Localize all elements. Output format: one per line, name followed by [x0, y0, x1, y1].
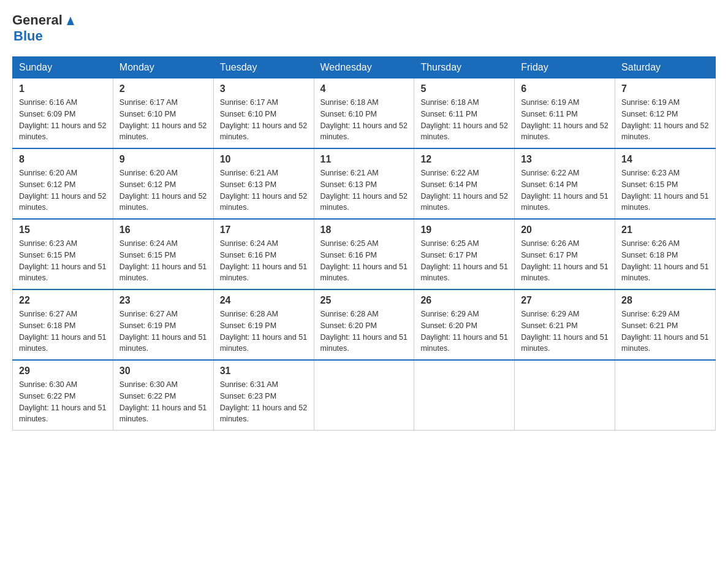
day-info: Sunrise: 6:25 AM Sunset: 6:17 PM Dayligh…: [420, 238, 508, 284]
calendar-day-cell: 6 Sunrise: 6:19 AM Sunset: 6:11 PM Dayli…: [515, 79, 615, 149]
day-number: 23: [119, 295, 207, 306]
calendar-day-cell: 2 Sunrise: 6:17 AM Sunset: 6:10 PM Dayli…: [113, 79, 213, 149]
day-info: Sunrise: 6:20 AM Sunset: 6:12 PM Dayligh…: [119, 167, 207, 213]
day-info: Sunrise: 6:18 AM Sunset: 6:10 PM Dayligh…: [320, 97, 408, 143]
day-number: 5: [420, 83, 508, 94]
calendar-table: SundayMondayTuesdayWednesdayThursdayFrid…: [12, 56, 716, 431]
day-info: Sunrise: 6:24 AM Sunset: 6:15 PM Dayligh…: [119, 238, 207, 284]
day-info: Sunrise: 6:21 AM Sunset: 6:13 PM Dayligh…: [220, 167, 308, 213]
day-info: Sunrise: 6:22 AM Sunset: 6:14 PM Dayligh…: [420, 167, 508, 213]
day-number: 30: [119, 366, 207, 377]
calendar-week-row: 22 Sunrise: 6:27 AM Sunset: 6:18 PM Dayl…: [13, 289, 716, 360]
calendar-day-cell: 18 Sunrise: 6:25 AM Sunset: 6:16 PM Dayl…: [314, 219, 414, 289]
day-info: Sunrise: 6:28 AM Sunset: 6:20 PM Dayligh…: [320, 308, 408, 354]
day-number: 10: [220, 154, 308, 165]
day-info: Sunrise: 6:23 AM Sunset: 6:15 PM Dayligh…: [621, 167, 709, 213]
day-number: 22: [19, 295, 107, 306]
day-number: 16: [119, 224, 207, 236]
calendar-week-row: 15 Sunrise: 6:23 AM Sunset: 6:15 PM Dayl…: [13, 219, 716, 289]
weekday-header-row: SundayMondayTuesdayWednesdayThursdayFrid…: [13, 57, 716, 79]
weekday-header-friday: Friday: [515, 57, 615, 79]
calendar-day-cell: 11 Sunrise: 6:21 AM Sunset: 6:13 PM Dayl…: [314, 148, 414, 219]
day-info: Sunrise: 6:22 AM Sunset: 6:14 PM Dayligh…: [521, 167, 609, 213]
weekday-header-monday: Monday: [113, 57, 213, 79]
weekday-header-sunday: Sunday: [13, 57, 113, 79]
calendar-day-cell: 14 Sunrise: 6:23 AM Sunset: 6:15 PM Dayl…: [615, 148, 716, 219]
calendar-day-cell: [414, 360, 515, 431]
calendar-day-cell: 27 Sunrise: 6:29 AM Sunset: 6:21 PM Dayl…: [515, 289, 615, 360]
day-info: Sunrise: 6:26 AM Sunset: 6:17 PM Dayligh…: [521, 238, 609, 284]
calendar-day-cell: 10 Sunrise: 6:21 AM Sunset: 6:13 PM Dayl…: [213, 148, 314, 219]
weekday-header-saturday: Saturday: [615, 57, 716, 79]
day-number: 9: [119, 154, 207, 165]
day-number: 3: [220, 83, 308, 94]
logo-general-text: General: [12, 12, 63, 28]
day-info: Sunrise: 6:19 AM Sunset: 6:12 PM Dayligh…: [621, 97, 709, 143]
day-number: 21: [621, 224, 709, 236]
day-info: Sunrise: 6:27 AM Sunset: 6:19 PM Dayligh…: [119, 308, 207, 354]
day-info: Sunrise: 6:17 AM Sunset: 6:10 PM Dayligh…: [119, 97, 207, 143]
calendar-day-cell: 12 Sunrise: 6:22 AM Sunset: 6:14 PM Dayl…: [414, 148, 515, 219]
day-info: Sunrise: 6:16 AM Sunset: 6:09 PM Dayligh…: [19, 97, 107, 143]
day-number: 17: [220, 224, 308, 236]
day-info: Sunrise: 6:26 AM Sunset: 6:18 PM Dayligh…: [621, 238, 709, 284]
calendar-day-cell: 13 Sunrise: 6:22 AM Sunset: 6:14 PM Dayl…: [515, 148, 615, 219]
day-number: 6: [521, 83, 609, 94]
day-number: 2: [119, 83, 207, 94]
day-number: 27: [521, 295, 609, 306]
day-number: 24: [220, 295, 308, 306]
day-number: 7: [621, 83, 709, 94]
calendar-day-cell: 21 Sunrise: 6:26 AM Sunset: 6:18 PM Dayl…: [615, 219, 716, 289]
day-number: 13: [521, 154, 609, 165]
svg-marker-0: [67, 17, 74, 25]
day-number: 29: [19, 366, 107, 377]
calendar-day-cell: 28 Sunrise: 6:29 AM Sunset: 6:21 PM Dayl…: [615, 289, 716, 360]
calendar-day-cell: 24 Sunrise: 6:28 AM Sunset: 6:19 PM Dayl…: [213, 289, 314, 360]
day-number: 19: [420, 224, 508, 236]
calendar-day-cell: 16 Sunrise: 6:24 AM Sunset: 6:15 PM Dayl…: [113, 219, 213, 289]
calendar-day-cell: 23 Sunrise: 6:27 AM Sunset: 6:19 PM Dayl…: [113, 289, 213, 360]
day-info: Sunrise: 6:29 AM Sunset: 6:21 PM Dayligh…: [621, 308, 709, 354]
day-number: 1: [19, 83, 107, 94]
calendar-week-row: 1 Sunrise: 6:16 AM Sunset: 6:09 PM Dayli…: [13, 79, 716, 149]
calendar-day-cell: 1 Sunrise: 6:16 AM Sunset: 6:09 PM Dayli…: [13, 79, 113, 149]
day-number: 12: [420, 154, 508, 165]
day-info: Sunrise: 6:25 AM Sunset: 6:16 PM Dayligh…: [320, 238, 408, 284]
calendar-day-cell: 26 Sunrise: 6:29 AM Sunset: 6:20 PM Dayl…: [414, 289, 515, 360]
logo: General Blue: [12, 12, 77, 44]
day-number: 31: [220, 366, 308, 377]
day-info: Sunrise: 6:18 AM Sunset: 6:11 PM Dayligh…: [420, 97, 508, 143]
day-info: Sunrise: 6:29 AM Sunset: 6:21 PM Dayligh…: [521, 308, 609, 354]
logo-triangle-icon: [64, 14, 77, 28]
day-number: 26: [420, 295, 508, 306]
calendar-week-row: 29 Sunrise: 6:30 AM Sunset: 6:22 PM Dayl…: [13, 360, 716, 431]
day-number: 4: [320, 83, 408, 94]
calendar-day-cell: 30 Sunrise: 6:30 AM Sunset: 6:22 PM Dayl…: [113, 360, 213, 431]
day-info: Sunrise: 6:30 AM Sunset: 6:22 PM Dayligh…: [119, 379, 207, 425]
calendar-day-cell: [314, 360, 414, 431]
day-number: 15: [19, 224, 107, 236]
calendar-day-cell: 8 Sunrise: 6:20 AM Sunset: 6:12 PM Dayli…: [13, 148, 113, 219]
day-info: Sunrise: 6:29 AM Sunset: 6:20 PM Dayligh…: [420, 308, 508, 354]
day-number: 25: [320, 295, 408, 306]
calendar-day-cell: 4 Sunrise: 6:18 AM Sunset: 6:10 PM Dayli…: [314, 79, 414, 149]
calendar-week-row: 8 Sunrise: 6:20 AM Sunset: 6:12 PM Dayli…: [13, 148, 716, 219]
day-number: 14: [621, 154, 709, 165]
day-info: Sunrise: 6:28 AM Sunset: 6:19 PM Dayligh…: [220, 308, 308, 354]
calendar-day-cell: 25 Sunrise: 6:28 AM Sunset: 6:20 PM Dayl…: [314, 289, 414, 360]
page-header: General Blue: [12, 12, 716, 44]
day-number: 8: [19, 154, 107, 165]
day-info: Sunrise: 6:30 AM Sunset: 6:22 PM Dayligh…: [19, 379, 107, 425]
calendar-day-cell: 3 Sunrise: 6:17 AM Sunset: 6:10 PM Dayli…: [213, 79, 314, 149]
calendar-day-cell: 7 Sunrise: 6:19 AM Sunset: 6:12 PM Dayli…: [615, 79, 716, 149]
weekday-header-wednesday: Wednesday: [314, 57, 414, 79]
day-info: Sunrise: 6:21 AM Sunset: 6:13 PM Dayligh…: [320, 167, 408, 213]
calendar-day-cell: 15 Sunrise: 6:23 AM Sunset: 6:15 PM Dayl…: [13, 219, 113, 289]
calendar-day-cell: 5 Sunrise: 6:18 AM Sunset: 6:11 PM Dayli…: [414, 79, 515, 149]
calendar-day-cell: 20 Sunrise: 6:26 AM Sunset: 6:17 PM Dayl…: [515, 219, 615, 289]
calendar-day-cell: 19 Sunrise: 6:25 AM Sunset: 6:17 PM Dayl…: [414, 219, 515, 289]
day-number: 11: [320, 154, 408, 165]
day-number: 28: [621, 295, 709, 306]
logo-line1: General: [12, 12, 77, 28]
calendar-day-cell: 29 Sunrise: 6:30 AM Sunset: 6:22 PM Dayl…: [13, 360, 113, 431]
